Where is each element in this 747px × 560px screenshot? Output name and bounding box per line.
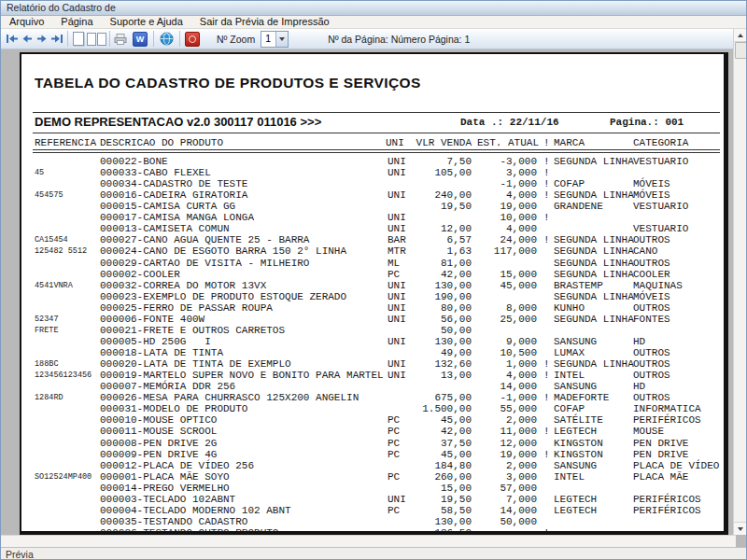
report-row: 000011-MOUSE SCROOLPC42,0011,000!LEGTECH… — [21, 426, 724, 437]
cell-vlr-venda: 50,00 — [393, 325, 472, 336]
report-date: Data .: 22/11/16 — [460, 117, 559, 128]
zoom-value: 1 — [265, 33, 271, 44]
cell-referencia: 454575 — [35, 189, 63, 201]
column-header-marca: MARCA — [554, 137, 585, 148]
column-header-flag: ! — [543, 137, 550, 148]
close-preview-icon[interactable] — [185, 32, 200, 47]
cell-flag: ! — [543, 167, 550, 178]
toolbar-separator — [67, 31, 68, 47]
printer-icon[interactable] — [113, 32, 128, 47]
single-page-view-icon[interactable] — [71, 32, 86, 47]
cell-vlr-venda: 81,00 — [393, 258, 472, 269]
report-rule — [33, 112, 720, 113]
zoom-dropdown-arrow-icon[interactable] — [275, 32, 288, 47]
report-row: 45000033-CABO FLEXELUNI105,003,000! — [21, 167, 724, 178]
two-page-view-icon[interactable] — [86, 32, 106, 47]
status-bar: Prévia — [1, 547, 746, 560]
column-header-categoria: CATEGORIA — [633, 137, 688, 148]
report-row: 000018-LATA DE TINTA49,0010,500LUMAXOUTR… — [21, 347, 724, 358]
menu-sair-da-previa[interactable]: Sair da Prévia de Impressão — [191, 16, 338, 28]
cell-est-atual: 24,000 — [477, 234, 537, 245]
cell-descricao: 000034-CADASTRO DE TESTE — [100, 178, 247, 189]
menu-arquivo[interactable]: Arquivo — [1, 16, 52, 28]
cell-descricao: 000007-MEMÓRIA DDR 256 — [100, 381, 235, 392]
cell-categoria: PEN DRIVE — [633, 449, 688, 460]
vertical-scrollbar[interactable] — [733, 29, 746, 535]
report-row: 000003-TECLADO 102ABNTUNI19,507,000LEGTE… — [21, 494, 724, 505]
column-header-referencia: REFERENCIA — [35, 137, 96, 148]
cell-categoria: PERIFÉRICOS — [633, 414, 701, 426]
horizontal-scrollbar[interactable] — [1, 535, 736, 548]
go-first-page-icon[interactable] — [5, 32, 20, 47]
report-row: 188BC000020-LATA DE TINTA DE EXEMPLOUNI1… — [21, 358, 724, 370]
cell-vlr-venda: 42,00 — [393, 269, 472, 280]
report-row: 1284RD000026-MESA PARA CHURRASCO 125X200… — [21, 392, 724, 403]
report-row: 000025-FERRO DE PASSAR ROUPAUNI80,008,00… — [21, 302, 724, 314]
cell-marca: SEGUNDA LINHA — [554, 314, 634, 325]
cell-descricao: 000014-PREGO VERMELHO — [100, 483, 230, 494]
report-row: 000004-TECLADO MODERNO 102 ABNTPC58,5014… — [21, 505, 724, 516]
cell-categoria: MAQUINAS — [633, 280, 683, 291]
cell-est-atual: 2,000 — [477, 460, 537, 471]
cell-marca: SEGUNDA LINHA — [554, 156, 634, 167]
cell-vlr-venda: 675,00 — [393, 392, 472, 403]
zoom-select[interactable]: 1 — [261, 31, 289, 48]
window-title: Relatório do Cadastro de — [7, 2, 116, 13]
cell-est-atual: 8,000 — [477, 302, 537, 314]
cell-referencia: SO12524MP400 — [35, 471, 92, 483]
cell-categoria: PERIFÉRICOS — [633, 505, 701, 516]
cell-categoria: FONTES — [633, 314, 670, 325]
cell-descricao: 000011-MOUSE SCROOL — [100, 426, 217, 437]
cell-descricao: 000031-MODELO DE PRODUTO — [100, 403, 247, 414]
cell-descricao: 000018-LATA DE TINTA — [100, 347, 223, 358]
cell-marca: SEGUNDA LINHA — [554, 245, 634, 257]
go-previous-page-icon[interactable] — [20, 32, 35, 47]
report-page: TABELA DO CADASTRO DE PRODUTOS E SERVIÇO… — [20, 52, 728, 535]
app-window: Relatório do Cadastro de ArquivoPáginaSu… — [0, 0, 747, 560]
menu-pagina[interactable]: Página — [52, 16, 101, 28]
cell-categoria: PLACA MÃE — [633, 471, 688, 483]
cell-marca: BRASTEMP — [554, 280, 603, 291]
cell-descricao: 000005-HD 250G I — [100, 336, 211, 347]
cell-referencia: 123456123456 — [35, 370, 92, 381]
cell-categoria: OUTROS — [633, 392, 670, 403]
report-row: 000007-MEMÓRIA DDR 25614,000SANSUNGHD — [21, 381, 724, 392]
report-row: 125482 5512000024-CANO DE ESGOTO BARRA 1… — [21, 245, 724, 257]
menu-suporte-e-ajuda[interactable]: Suporte e Ajuda — [102, 16, 191, 28]
zoom-label: Nº Zoom — [217, 34, 255, 45]
cell-descricao: 000026-MESA PARA CHURRASCO 125X200 ANGEL… — [100, 392, 359, 403]
scroll-up-icon[interactable] — [734, 29, 746, 42]
cell-marca: LEGTECH — [554, 494, 597, 505]
cell-vlr-venda: 49,00 — [393, 347, 472, 358]
cell-est-atual: 12,000 — [477, 438, 537, 449]
go-last-page-icon[interactable] — [49, 32, 64, 47]
cell-descricao: 000027-CANO AGUA QUENTE 25 - BARRA — [100, 234, 309, 245]
cell-vlr-venda: 58,50 — [393, 505, 472, 516]
cell-vlr-venda: 136,50 — [393, 527, 472, 535]
cell-vlr-venda: 56,00 — [393, 314, 472, 325]
cell-descricao: 000022-BONE — [100, 156, 168, 167]
cell-categoria: HD — [633, 381, 645, 392]
cell-descricao: 000021-FRETE E OUTROS CARRETOS — [100, 325, 285, 336]
cell-descricao: 000009-PEN DRIVE 4G — [100, 449, 217, 460]
go-next-page-icon[interactable] — [35, 32, 49, 47]
cell-est-atual: 4,000 — [477, 370, 537, 381]
report-row: 000031-MODELO DE PRODUTO1.500,0055,000CO… — [21, 403, 724, 414]
cell-marca: SEGUNDA LINHA — [554, 189, 634, 201]
cell-flag: ! — [543, 527, 550, 535]
export-word-icon[interactable]: W — [133, 32, 148, 47]
cell-categoria: VESTUARIO — [633, 223, 688, 234]
vertical-scrollbar-thumb[interactable] — [735, 42, 747, 59]
cell-categoria: CANO — [633, 245, 657, 257]
cell-vlr-venda: 184,80 — [393, 460, 472, 471]
cell-vlr-venda: 6,57 — [393, 234, 472, 245]
cell-vlr-venda: 80,00 — [393, 302, 472, 314]
cell-est-atual: 10,000 — [477, 212, 537, 223]
export-html-globe-icon[interactable] — [159, 32, 174, 47]
cell-flag: ! — [543, 358, 550, 370]
cell-descricao: 000004-TECLADO MODERNO 102 ABNT — [100, 505, 291, 516]
cell-vlr-venda: 1.500,00 — [393, 403, 472, 414]
scroll-down-icon[interactable] — [734, 522, 746, 535]
cell-est-atual: -1,000 — [477, 178, 537, 189]
column-header-descricao: DESCRICAO DO PRODUTO — [100, 137, 223, 148]
